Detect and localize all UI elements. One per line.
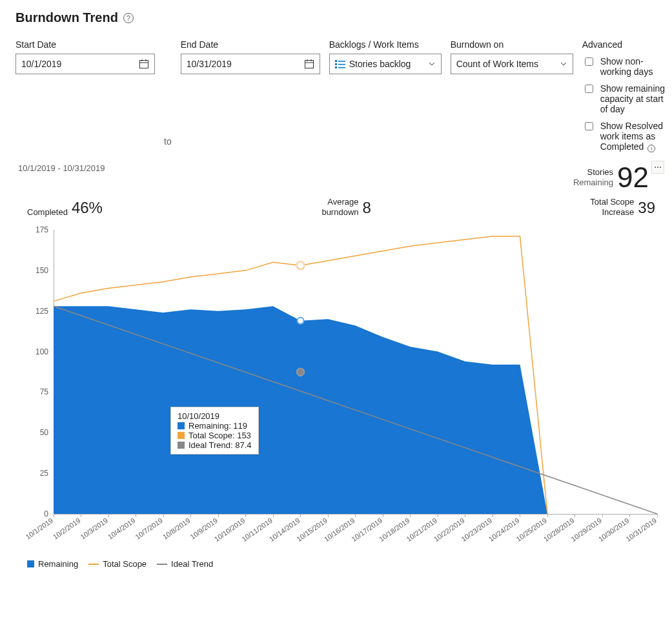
calendar-icon[interactable] (304, 59, 314, 69)
burndown-on-label: Burndown on (451, 39, 573, 50)
page-title: Burndown Trend (15, 10, 118, 25)
chart-date-range: 10/1/2019 - 10/31/2019 (18, 163, 105, 173)
tooltip-remaining: Remaining: 119 (188, 421, 247, 431)
svg-rect-8 (335, 60, 337, 62)
svg-marker-24 (54, 306, 547, 514)
end-date-value: 10/31/2019 (187, 59, 232, 69)
start-date-value: 10/1/2019 (21, 59, 61, 69)
start-date-label: Start Date (15, 39, 155, 50)
advanced-label: Advanced (582, 39, 667, 50)
svg-text:75: 75 (40, 388, 49, 397)
svg-text:50: 50 (40, 428, 49, 437)
chart-legend: Remaining Total Scope Ideal Trend (15, 553, 667, 569)
line-icon (88, 564, 99, 565)
scope-increase-label-2: Increase (602, 207, 634, 217)
show-resolved-toggle[interactable]: Show Resolved work items as Completed i (582, 121, 667, 152)
svg-text:125: 125 (36, 307, 48, 316)
svg-rect-4 (305, 61, 313, 68)
svg-rect-0 (140, 61, 148, 68)
svg-rect-11 (338, 61, 345, 62)
backlogs-value: Stories backlog (349, 59, 411, 69)
legend-total-scope[interactable]: Total Scope (88, 559, 147, 569)
avg-burndown-label-1: Average (327, 197, 358, 207)
svg-text:10/31/2019: 10/31/2019 (624, 516, 658, 543)
burndown-on-dropdown[interactable]: Count of Work Items (451, 54, 573, 74)
remaining-label: Remaining (573, 178, 613, 188)
show-capacity-checkbox[interactable] (585, 85, 593, 93)
legend-remaining[interactable]: Remaining (27, 559, 78, 569)
scope-increase-value: 39 (638, 199, 655, 217)
svg-text:10/4/2019: 10/4/2019 (107, 516, 137, 541)
svg-point-28 (298, 318, 304, 324)
avg-burndown-label-2: burndown (321, 207, 358, 217)
backlogs-dropdown[interactable]: Stories backlog (329, 54, 442, 74)
svg-rect-13 (338, 67, 345, 68)
burndown-on-value: Count of Work Items (456, 59, 538, 69)
svg-text:10/3/2019: 10/3/2019 (79, 516, 109, 541)
more-menu-button[interactable]: ⋯ (651, 161, 664, 174)
tooltip-scope: Total Scope: 153 (188, 431, 251, 440)
tooltip-date: 10/10/2019 (178, 411, 252, 421)
calendar-icon[interactable] (139, 59, 149, 69)
svg-rect-10 (335, 66, 337, 68)
svg-text:10/8/2019: 10/8/2019 (161, 516, 192, 541)
end-date-input[interactable]: 10/31/2019 (181, 54, 320, 74)
info-icon[interactable]: i (647, 145, 655, 152)
avg-burndown-value: 8 (363, 199, 371, 217)
help-icon[interactable]: ? (123, 13, 134, 23)
backlog-icon (335, 59, 345, 68)
show-nonworking-checkbox[interactable] (585, 57, 593, 66)
show-capacity-label: Show remaining capacity at start of day (600, 83, 667, 114)
svg-text:10/7/2019: 10/7/2019 (134, 516, 164, 541)
svg-text:10/2/2019: 10/2/2019 (52, 516, 82, 541)
show-nonworking-label: Show non-working days (600, 56, 667, 77)
tooltip-ideal: Ideal Trend: 87.4 (188, 440, 252, 450)
svg-rect-12 (338, 64, 345, 65)
svg-text:100: 100 (36, 347, 48, 356)
square-icon (178, 422, 185, 429)
show-capacity-toggle[interactable]: Show remaining capacity at start of day (582, 83, 667, 114)
show-resolved-checkbox[interactable] (585, 122, 593, 130)
svg-text:25: 25 (40, 469, 49, 478)
square-icon (178, 442, 185, 449)
svg-text:10/1/2019: 10/1/2019 (24, 516, 54, 541)
to-label: to (164, 136, 172, 152)
stories-remaining-value: 92 (617, 163, 649, 192)
legend-ideal-trend[interactable]: Ideal Trend (157, 559, 213, 569)
svg-text:175: 175 (36, 225, 48, 234)
backlogs-label: Backlogs / Work Items (329, 39, 442, 50)
square-icon (178, 432, 185, 439)
show-nonworking-toggle[interactable]: Show non-working days (582, 56, 667, 77)
stories-label: Stories (573, 167, 613, 178)
square-icon (27, 560, 34, 567)
start-date-input[interactable]: 10/1/2019 (15, 54, 155, 74)
svg-rect-9 (335, 63, 337, 65)
svg-text:150: 150 (36, 266, 48, 275)
burndown-chart[interactable]: 025507510012515017510/1/201910/2/201910/… (18, 223, 664, 553)
line-icon (157, 564, 167, 565)
completed-label: Completed (27, 207, 68, 218)
completed-value: 46% (72, 199, 103, 217)
end-date-label: End Date (181, 39, 320, 50)
scope-increase-label-1: Total Scope (590, 197, 634, 207)
chevron-down-icon (428, 60, 436, 68)
chevron-down-icon (560, 60, 567, 68)
chart-tooltip: 10/10/2019 Remaining: 119 Total Scope: 1… (170, 407, 259, 454)
